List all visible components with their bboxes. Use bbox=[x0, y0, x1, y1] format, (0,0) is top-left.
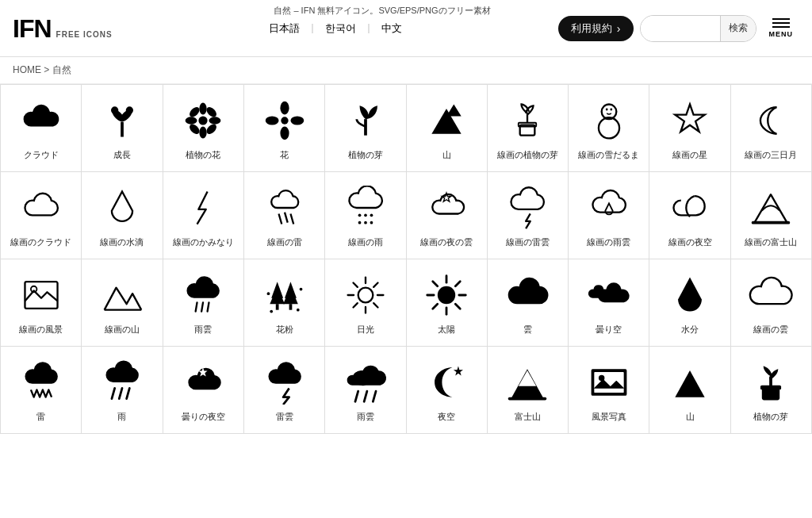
icon-outline-snowman[interactable]: 線画の雪だるま bbox=[569, 85, 649, 172]
svg-point-1 bbox=[111, 106, 118, 113]
svg-point-14 bbox=[280, 126, 289, 140]
icon-outline-sprout[interactable]: 線画の植物の芽 bbox=[488, 85, 569, 172]
icon-cloud-filled[interactable]: 雲 bbox=[488, 259, 569, 347]
svg-rect-89 bbox=[762, 388, 779, 400]
icon-thunder[interactable]: 雷 bbox=[1, 347, 82, 434]
svg-point-52 bbox=[266, 292, 270, 295]
icon-plant-sprout[interactable]: 植物の芽 bbox=[731, 347, 812, 434]
icon-rain[interactable]: 雨 bbox=[82, 347, 163, 434]
svg-point-34 bbox=[358, 221, 362, 224]
lang-sep-1: ｜ bbox=[308, 21, 317, 35]
icon-small-outline-cloud[interactable]: 線画の雲 bbox=[731, 259, 812, 347]
icon-label-outline-sprout: 線画の植物の芽 bbox=[497, 149, 558, 161]
icon-outline-drop[interactable]: 線画の水滴 bbox=[82, 172, 163, 259]
outline-star-icon bbox=[668, 98, 712, 143]
night-sky-icon bbox=[424, 360, 469, 405]
icon-growth[interactable]: 成長 bbox=[82, 85, 163, 172]
lang-korean[interactable]: 한국어 bbox=[317, 21, 364, 36]
icon-fuji[interactable]: 富士山 bbox=[488, 347, 569, 434]
icon-outline-thunder-cloud[interactable]: 線画の雷雲 bbox=[488, 172, 569, 259]
breadcrumb-home[interactable]: HOME bbox=[13, 64, 41, 75]
icon-outline-mountain[interactable]: 線画の山 bbox=[82, 259, 163, 347]
icon-outline-lightning[interactable]: 線画のかみなり bbox=[163, 172, 244, 259]
rain-icon bbox=[100, 360, 144, 405]
search-input[interactable] bbox=[641, 16, 720, 41]
icon-flower2[interactable]: 花 bbox=[244, 85, 325, 172]
menu-button[interactable]: MENU bbox=[763, 15, 800, 41]
icon-pollen[interactable]: 花粉 bbox=[244, 259, 325, 347]
icon-rain-cloud-filled[interactable]: 雨雲 bbox=[163, 259, 244, 347]
icon-label-outline-drop: 線画の水滴 bbox=[100, 236, 144, 248]
icon-outline-crescent[interactable]: 線画の三日月 bbox=[731, 85, 812, 172]
svg-point-11 bbox=[188, 122, 201, 136]
icon-outline-cloud[interactable]: 線画のクラウド bbox=[1, 172, 82, 259]
svg-marker-83 bbox=[519, 370, 536, 386]
icon-outline-night-cloud[interactable]: 線画の夜の雲 bbox=[407, 172, 488, 259]
icon-label-outline-night-sky: 線画の夜空 bbox=[668, 236, 712, 248]
icon-outline-star[interactable]: 線画の星 bbox=[649, 85, 730, 172]
icon-outline-fuji[interactable]: 線画の富士山 bbox=[731, 172, 812, 259]
lang-chinese[interactable]: 中文 bbox=[373, 21, 410, 36]
svg-point-7 bbox=[209, 117, 221, 124]
svg-marker-88 bbox=[675, 370, 704, 397]
icon-label-sunlight: 日光 bbox=[357, 324, 374, 336]
svg-rect-39 bbox=[752, 221, 791, 224]
terms-button[interactable]: 利用規約 › bbox=[558, 16, 634, 41]
svg-rect-48 bbox=[275, 304, 278, 309]
icon-outline-rain-cloud[interactable]: 線画の雨雲 bbox=[569, 172, 649, 259]
icon-label-flower: 植物の花 bbox=[186, 149, 220, 161]
svg-line-78 bbox=[355, 391, 358, 401]
icon-thunder-cloud-filled[interactable]: 雷雲 bbox=[244, 347, 325, 434]
svg-line-28 bbox=[278, 213, 282, 224]
svg-line-74 bbox=[112, 388, 115, 398]
outline-mountain-icon bbox=[100, 273, 144, 317]
logo-ifn: IFN bbox=[13, 16, 52, 41]
icon-mountain-simple[interactable]: 山 bbox=[649, 347, 730, 434]
icon-outline-thunder[interactable]: 線画の雷 bbox=[244, 172, 325, 259]
icon-label-partly-cloudy: 曇り空 bbox=[596, 324, 622, 336]
fuji-icon bbox=[505, 360, 550, 405]
icon-label-outline-rain-cloud: 線画の雨雲 bbox=[587, 236, 630, 248]
icon-sun[interactable]: 太陽 bbox=[407, 259, 488, 347]
icon-sunlight[interactable]: 日光 bbox=[325, 259, 406, 347]
icon-night-cloud[interactable]: 曇りの夜空 bbox=[163, 347, 244, 434]
night-cloud-icon bbox=[181, 360, 225, 405]
svg-marker-50 bbox=[285, 282, 297, 298]
photo-icon bbox=[587, 360, 631, 405]
icon-flower[interactable]: 植物の花 bbox=[163, 85, 244, 172]
icon-landscape[interactable]: 線画の風景 bbox=[1, 259, 82, 347]
icon-label-flower2: 花 bbox=[280, 149, 289, 161]
icon-partly-cloudy[interactable]: 曇り空 bbox=[569, 259, 649, 347]
icon-sprout[interactable]: 植物の芽 bbox=[325, 85, 406, 172]
icon-photo[interactable]: 風景写真 bbox=[569, 347, 649, 434]
thunder-cloud-filled-icon bbox=[262, 360, 307, 405]
outline-rain-cloud-icon bbox=[587, 186, 631, 230]
svg-point-25 bbox=[606, 108, 608, 110]
icon-label-small-outline-cloud: 線画の雲 bbox=[753, 324, 788, 336]
breadcrumb: HOME > 自然 bbox=[0, 57, 812, 84]
svg-line-44 bbox=[201, 302, 203, 311]
svg-point-33 bbox=[370, 213, 373, 217]
svg-point-54 bbox=[270, 309, 273, 313]
outline-night-cloud-icon bbox=[424, 186, 469, 230]
icon-label-rain: 雨 bbox=[117, 411, 126, 423]
svg-point-10 bbox=[205, 105, 218, 118]
icon-water-drop[interactable]: 水分 bbox=[649, 259, 730, 347]
lang-japanese[interactable]: 日本語 bbox=[261, 21, 308, 36]
icon-mountain[interactable]: 山 bbox=[407, 85, 488, 172]
svg-point-65 bbox=[438, 286, 455, 304]
search-button[interactable]: 検索 bbox=[720, 16, 756, 41]
icon-night-sky[interactable]: 夜空 bbox=[407, 347, 488, 434]
logo-area[interactable]: IFN FREE ICONS bbox=[13, 16, 113, 41]
svg-rect-86 bbox=[594, 372, 623, 393]
icon-outline-rain[interactable]: 線画の雨 bbox=[325, 172, 406, 259]
icon-rain-cloud2[interactable]: 雨雲 bbox=[325, 347, 406, 434]
svg-point-12 bbox=[281, 117, 288, 124]
svg-point-3 bbox=[199, 116, 208, 125]
icon-outline-night-sky[interactable]: 線画の夜空 bbox=[649, 172, 730, 259]
svg-point-55 bbox=[296, 309, 299, 312]
icon-label-outline-fuji: 線画の富士山 bbox=[745, 236, 797, 248]
icon-label-water-drop: 水分 bbox=[681, 324, 699, 336]
icon-cloud[interactable]: クラウド bbox=[1, 85, 82, 172]
icon-label-outline-rain: 線画の雨 bbox=[348, 236, 383, 248]
